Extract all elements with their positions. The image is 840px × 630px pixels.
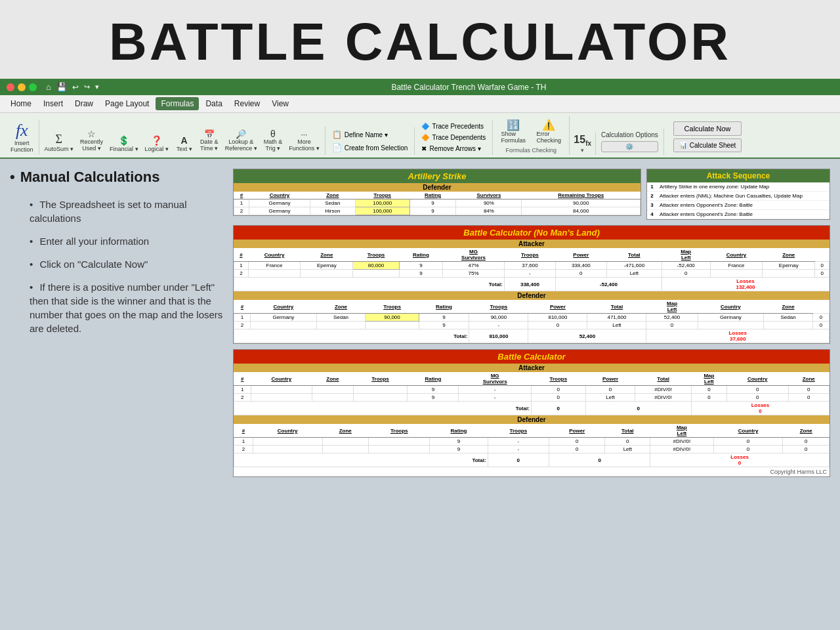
home-icon[interactable]: ⌂	[46, 82, 51, 92]
cell[interactable]: 0	[555, 270, 606, 278]
cell[interactable]: 75%	[443, 270, 505, 278]
cell[interactable]: 0	[726, 386, 788, 394]
cell[interactable]: 0	[531, 386, 585, 394]
cell[interactable]: 52,400	[646, 314, 698, 322]
cell[interactable]: 1	[234, 438, 253, 446]
cell[interactable]: 9	[430, 446, 488, 453]
cell[interactable]: 471,600	[587, 314, 646, 322]
cell[interactable]	[368, 446, 430, 453]
trace-precedents-button[interactable]: 🔷 Trace Precedents	[419, 121, 488, 131]
cell[interactable]: France	[710, 262, 763, 270]
cell[interactable]: Germany	[249, 200, 310, 207]
cell[interactable]: -	[488, 446, 549, 453]
cell[interactable]: 0	[549, 438, 605, 446]
cell[interactable]: 0	[549, 446, 605, 453]
cell[interactable]: 0	[713, 438, 783, 446]
cell[interactable]: 100,000	[355, 200, 410, 207]
cell[interactable]: 1	[234, 386, 251, 394]
cell[interactable]: 9	[399, 262, 442, 270]
undo-icon[interactable]: ↩	[72, 83, 79, 92]
cell[interactable]: Germany	[249, 207, 310, 215]
cell[interactable]: -471,600	[606, 262, 662, 270]
insert-function-button[interactable]: fx InsertFunction	[5, 119, 39, 155]
cell[interactable]	[353, 386, 408, 394]
close-icon[interactable]	[7, 83, 14, 91]
cell[interactable]	[698, 322, 764, 329]
cell[interactable]	[322, 446, 368, 453]
cell[interactable]: Hirson	[310, 207, 355, 215]
cell[interactable]: 9	[430, 438, 488, 446]
cell[interactable]	[312, 386, 353, 394]
cell[interactable]: 0	[646, 322, 698, 329]
cell[interactable]: #DIV/0!	[650, 446, 714, 453]
cell[interactable]: 90,000	[469, 314, 528, 322]
cell[interactable]: 0	[662, 270, 710, 278]
menu-review[interactable]: Review	[229, 97, 265, 110]
cell[interactable]	[251, 394, 312, 402]
cell[interactable]: -	[469, 322, 528, 329]
fx-dropdown-icon[interactable]: ▾	[581, 147, 584, 154]
cell[interactable]	[368, 438, 430, 446]
cell[interactable]: 1	[234, 262, 249, 270]
cell[interactable]: Epernay	[763, 262, 815, 270]
cell[interactable]: 0	[812, 322, 829, 329]
cell[interactable]	[312, 394, 353, 402]
lookup-reference-button[interactable]: 🔎 Lookup &Reference ▾	[222, 129, 260, 154]
cell[interactable]	[322, 438, 368, 446]
cell[interactable]: Sedan	[310, 200, 355, 207]
cell[interactable]: 0	[815, 262, 830, 270]
cell[interactable]: 9	[408, 394, 459, 402]
cell[interactable]: 84%	[456, 207, 522, 215]
cell[interactable]: 0	[713, 446, 783, 453]
cell[interactable]	[251, 322, 317, 329]
cell[interactable]	[253, 446, 322, 453]
cell[interactable]: 0	[531, 394, 585, 402]
cell[interactable]: -	[488, 438, 549, 446]
cell[interactable]: 9	[419, 314, 469, 322]
cell[interactable]: Germany	[251, 314, 317, 322]
menu-view[interactable]: View	[266, 97, 294, 110]
cell[interactable]: #DIV/0!	[650, 438, 714, 446]
cell[interactable]	[353, 394, 408, 402]
cell[interactable]	[316, 322, 366, 329]
cell[interactable]	[248, 270, 301, 278]
redo-icon[interactable]: ↪	[84, 83, 90, 91]
remove-arrows-button[interactable]: ✖ Remove Arrows ▾	[419, 144, 488, 154]
text-button[interactable]: A Text ▾	[173, 135, 196, 154]
cell[interactable]	[353, 270, 399, 278]
cell[interactable]: 0	[528, 322, 587, 329]
cell[interactable]: 0	[691, 394, 726, 402]
cell[interactable]: 90,000	[366, 314, 419, 322]
error-checking-button[interactable]: ⚠️ ErrorChecking	[532, 117, 565, 146]
cell[interactable]: 0	[585, 386, 635, 394]
cell[interactable]	[764, 322, 813, 329]
cell[interactable]: Left	[605, 446, 650, 453]
cell[interactable]: 2	[234, 394, 251, 402]
cell[interactable]: 0	[815, 270, 830, 278]
cell[interactable]: 0	[605, 438, 650, 446]
math-trig-button[interactable]: θ Math &Trig ▾	[261, 128, 285, 154]
cell[interactable]: #DIV/0!	[635, 394, 692, 402]
cell[interactable]: 0	[812, 314, 829, 322]
menu-formulas[interactable]: Formulas	[156, 97, 199, 110]
cell[interactable]: 9	[419, 322, 469, 329]
logical-button[interactable]: ❓ Logical ▾	[142, 135, 171, 154]
cell[interactable]: 810,000	[528, 314, 587, 322]
cell[interactable]: 2	[234, 270, 249, 278]
create-from-selection-button[interactable]: 📄 Create from Selection	[329, 142, 411, 154]
cell[interactable]: 9	[410, 207, 456, 215]
cell[interactable]: -52,400	[662, 262, 710, 270]
cell[interactable]: 0	[783, 438, 830, 446]
recently-used-button[interactable]: ☆ RecentlyUsed ▾	[77, 128, 106, 154]
cell[interactable]	[763, 270, 815, 278]
cell[interactable]: 9	[399, 270, 442, 278]
cell[interactable]: 1	[234, 200, 249, 207]
cell[interactable]: -	[504, 270, 555, 278]
show-formulas-button[interactable]: 🔢 ShowFormulas	[497, 117, 530, 146]
cell[interactable]: 2	[234, 207, 249, 215]
menu-home[interactable]: Home	[5, 97, 37, 110]
cell[interactable]: Left	[606, 270, 662, 278]
cell[interactable]: Sedan	[764, 314, 813, 322]
cell[interactable]: 84,000	[522, 207, 640, 215]
cell[interactable]: 0	[726, 394, 788, 402]
